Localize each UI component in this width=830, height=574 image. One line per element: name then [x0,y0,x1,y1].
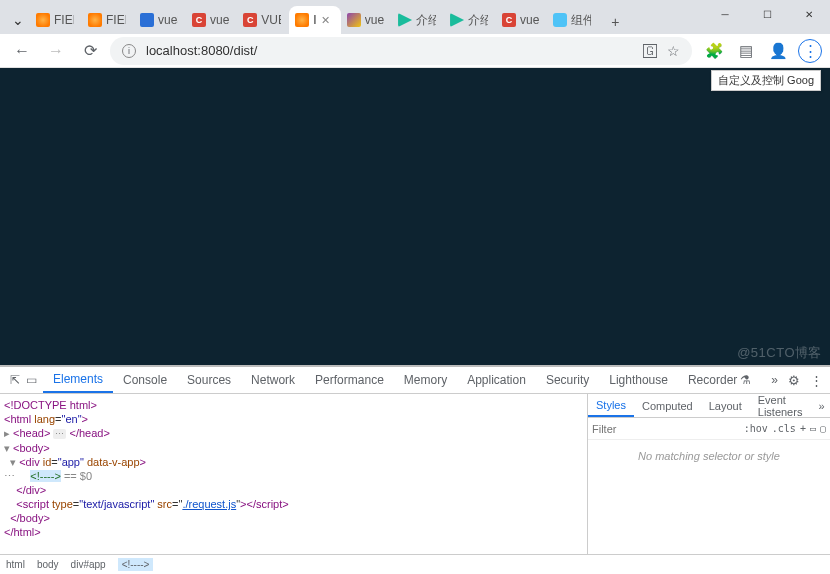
tab-favicon-icon: C [502,13,516,27]
address-bar[interactable]: i localhost:8080/dist/ 🄶 ☆ [110,37,692,65]
tab-favicon-icon [140,13,154,27]
minimize-button[interactable]: ─ [704,0,746,28]
tab-title: I [313,13,316,27]
chrome-menu-button[interactable]: ⋮ 自定义及控制 Goog [798,39,822,63]
browser-tab[interactable]: 组件 [547,6,599,34]
url-text: localhost:8080/dist/ [146,43,257,58]
cls-toggle[interactable]: .cls [772,423,796,434]
maximize-button[interactable]: ☐ [746,0,788,28]
tab-favicon-icon [347,13,361,27]
devtools-settings-icon[interactable]: ⚙ [788,373,800,388]
forward-button[interactable]: → [42,37,70,65]
browser-tab[interactable]: vue3 [134,6,186,34]
browser-tab[interactable]: FIEH [30,6,82,34]
close-window-button[interactable]: ✕ [788,0,830,28]
tab-favicon-icon [295,13,309,27]
styles-panel: Styles Computed Layout Event Listeners »… [587,394,830,554]
browser-toolbar: ← → ⟳ i localhost:8080/dist/ 🄶 ☆ 🧩 ▤ 👤 ⋮… [0,34,830,68]
tab-favicon-icon: C [243,13,257,27]
inspect-element-icon[interactable]: ⇱ [4,367,26,393]
reload-button[interactable]: ⟳ [76,37,104,65]
extensions-icon[interactable]: 🧩 [702,39,726,63]
tab-performance[interactable]: Performance [305,367,394,393]
tab-favicon-icon [88,13,102,27]
window-controls: ─ ☐ ✕ [704,0,830,28]
tab-title: VUE [261,13,281,27]
tab-lighthouse[interactable]: Lighthouse [599,367,678,393]
tab-title: vue [365,13,384,27]
devtools-menu-icon[interactable]: ⋮ [810,373,823,388]
new-style-rule-icon[interactable]: + [800,423,806,434]
browser-tab[interactable]: I✕ [289,6,340,34]
tab-elements[interactable]: Elements [43,367,113,393]
tab-title: vue3 [158,13,178,27]
menu-tooltip: 自定义及控制 Goog [711,70,821,91]
tab-recorder[interactable]: Recorder ⚗ [678,367,761,393]
tab-title: 介绍 [416,12,436,29]
tab-title: FIEH [54,13,74,27]
watermark-text: @51CTO博客 [737,344,822,362]
device-toolbar-icon[interactable]: ▭ [26,367,43,393]
browser-tab[interactable]: Cvue [496,6,547,34]
tab-favicon-icon [398,13,412,27]
tabs-container: FIEHFIEHvue3CvueCVUEI✕vue介绍介绍Cvue组件 [30,6,599,34]
tab-title: 介绍 [468,12,488,29]
reading-list-icon[interactable]: ▤ [734,39,758,63]
page-viewport [0,68,830,365]
tab-memory[interactable]: Memory [394,367,457,393]
profile-icon[interactable]: 👤 [766,39,790,63]
browser-tab[interactable]: Cvue [186,6,237,34]
tab-title: vue [520,13,539,27]
tab-title: 组件 [571,12,591,29]
tab-application[interactable]: Application [457,367,536,393]
styles-empty-message: No matching selector or style [588,440,830,554]
tab-favicon-icon [450,13,464,27]
styles-tab-layout[interactable]: Layout [701,394,750,417]
tab-favicon-icon: C [192,13,206,27]
new-tab-button[interactable]: + [603,10,627,34]
crumb-html[interactable]: html [6,559,25,570]
browser-tab[interactable]: 介绍 [444,6,496,34]
styles-tab-styles[interactable]: Styles [588,394,634,417]
tab-title: FIEH [106,13,126,27]
browser-tab[interactable]: FIEH [82,6,134,34]
tab-security[interactable]: Security [536,367,599,393]
translate-icon[interactable]: 🄶 [643,43,657,59]
tab-console[interactable]: Console [113,367,177,393]
elements-breadcrumb[interactable]: html body div#app <!----> [0,554,830,574]
crumb-body[interactable]: body [37,559,59,570]
tab-network[interactable]: Network [241,367,305,393]
styles-tab-computed[interactable]: Computed [634,394,701,417]
styles-more-icon[interactable]: » [810,394,830,417]
back-button[interactable]: ← [8,37,36,65]
elements-tree[interactable]: <!DOCTYPE html> <html lang="en"> ▸ <head… [0,394,587,554]
browser-tab-strip: ⌄ FIEHFIEHvue3CvueCVUEI✕vue介绍介绍Cvue组件 + … [0,0,830,34]
computed-styles-icon[interactable]: ▭ [810,423,816,434]
devtools-tab-bar: ⇱ ▭ Elements Console Sources Network Per… [0,367,830,394]
tab-favicon-icon [553,13,567,27]
styles-tab-events[interactable]: Event Listeners [750,394,811,417]
crumb-comment[interactable]: <!----> [118,558,154,571]
extension-icons: 🧩 ▤ 👤 ⋮ 自定义及控制 Goog [698,39,822,63]
browser-tab[interactable]: CVUE [237,6,289,34]
tab-search-dropdown[interactable]: ⌄ [6,6,30,34]
bookmark-icon[interactable]: ☆ [667,43,680,59]
site-info-icon[interactable]: i [122,44,136,58]
tab-title: vue [210,13,229,27]
more-tabs-icon[interactable]: » [761,367,788,393]
tab-favicon-icon [36,13,50,27]
devtools-panel: ⇱ ▭ Elements Console Sources Network Per… [0,365,830,574]
browser-tab[interactable]: 介绍 [392,6,444,34]
hov-toggle[interactable]: :hov [744,423,768,434]
tab-sources[interactable]: Sources [177,367,241,393]
crumb-divapp[interactable]: div#app [71,559,106,570]
browser-tab[interactable]: vue [341,6,392,34]
tab-close-icon[interactable]: ✕ [321,14,333,27]
rendering-panel-icon[interactable]: ▢ [820,423,826,434]
styles-filter-input[interactable] [592,423,740,435]
